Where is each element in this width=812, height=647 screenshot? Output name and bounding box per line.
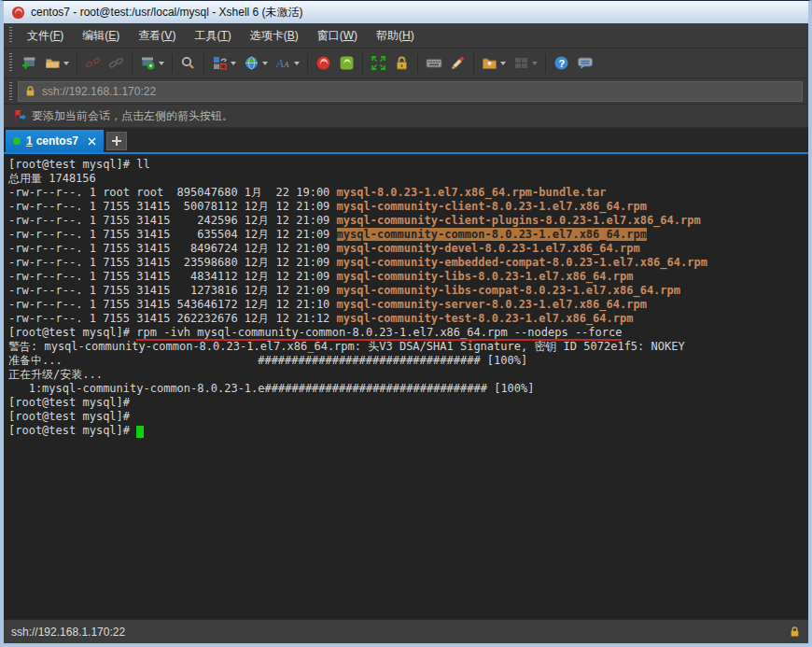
- open-session-button[interactable]: [41, 52, 73, 74]
- open-folder-icon: [45, 55, 61, 71]
- help-icon: ?: [553, 55, 569, 71]
- disconnect-button[interactable]: [81, 52, 105, 74]
- fullscreen-button[interactable]: [367, 52, 390, 74]
- layout-icon: [212, 55, 228, 71]
- new-file-button[interactable]: [478, 52, 510, 74]
- reconnect-icon: [108, 55, 124, 71]
- terminal-line: -rw-r--r--. 1 7155 31415 8496724 12月 12 …: [8, 242, 808, 256]
- dropdown-caret[interactable]: [231, 62, 236, 65]
- menu-tools[interactable]: 工具(T): [185, 24, 240, 48]
- new-session-button[interactable]: [18, 52, 41, 74]
- folder-plus-icon: [482, 55, 497, 71]
- tiles-icon: [513, 55, 529, 71]
- keyboard-icon: [426, 55, 442, 71]
- session-properties-button[interactable]: [136, 52, 168, 74]
- menu-window[interactable]: 窗口(W): [308, 24, 367, 48]
- address-url: ssh://192.168.1.170:22: [42, 85, 156, 98]
- terminal-line: [root@test mysql]#: [8, 424, 808, 438]
- properties-gear-icon: [140, 55, 156, 71]
- new-session-icon: [21, 55, 37, 71]
- menu-help[interactable]: 帮助(H): [367, 24, 424, 48]
- xftp-button[interactable]: [335, 52, 358, 74]
- tab-centos7[interactable]: 1 centos7: [6, 130, 104, 152]
- terminal-line: -rw-r--r--. 1 7155 31415 543646172 12月 1…: [8, 298, 808, 312]
- terminal-line: -rw-r--r--. 1 7155 31415 635504 12月 12 2…: [8, 228, 808, 242]
- terminal-line: [root@test mysql]# ll: [8, 158, 808, 172]
- fullscreen-icon: [371, 55, 386, 71]
- svg-text:A: A: [275, 56, 284, 70]
- terminal-line: 总用量 1748156: [8, 172, 808, 186]
- toolbar: AA: [4, 49, 808, 78]
- terminal-line: 警告: mysql-community-common-8.0.23-1.el7.…: [8, 340, 808, 354]
- menu-tabs[interactable]: 选项卡(B): [241, 24, 308, 48]
- window-title: centos7 - root@test:/usr/local/mysql - X…: [31, 5, 303, 21]
- disconnect-icon: [85, 55, 101, 71]
- toolbar-grip[interactable]: [9, 53, 12, 74]
- svg-text:A: A: [283, 60, 289, 69]
- terminal-segment-file: mysql-community-devel-8.0.23-1.el7.x86_6…: [337, 242, 640, 255]
- chat-icon: [577, 55, 594, 71]
- dropdown-caret[interactable]: [159, 62, 164, 65]
- terminal-line: [root@test mysql]#: [8, 396, 808, 410]
- menu-file[interactable]: 文件(F): [18, 24, 73, 48]
- font-icon: AA: [275, 55, 291, 71]
- title-bar[interactable]: centos7 - root@test:/usr/local/mysql - X…: [4, 1, 808, 23]
- terminal-line: -rw-r--r--. 1 7155 31415 262232676 12月 1…: [8, 312, 808, 326]
- menu-edit[interactable]: 编辑(E): [73, 24, 129, 48]
- globe-icon: [244, 55, 259, 71]
- connected-status-dot: [13, 137, 21, 145]
- terminal-line: 准备中... #################################…: [8, 354, 808, 368]
- terminal-line: 1:mysql-community-common-8.0.23-1.e#####…: [8, 382, 808, 396]
- info-message: 要添加当前会话，点击左侧的箭头按钮。: [32, 108, 233, 124]
- terminal-segment-file: mysql-community-test-8.0.23-1.el7.x86_64…: [337, 312, 634, 325]
- flag-arrow-icon: [13, 109, 26, 122]
- terminal-segment-file: mysql-community-embedded-compat-8.0.23-1…: [337, 256, 707, 269]
- web-button[interactable]: [240, 52, 272, 74]
- address-bar-row: ssh://192.168.1.170:22: [4, 78, 808, 105]
- tab-close-icon[interactable]: [88, 137, 96, 146]
- lock-screen-button[interactable]: [390, 52, 413, 74]
- dropdown-caret[interactable]: [294, 62, 300, 65]
- terminal-segment-file: mysql-community-libs-compat-8.0.23-1.el7…: [337, 284, 680, 297]
- highlighter-icon: [450, 55, 466, 71]
- terminal-output[interactable]: [root@test mysql]# ll总用量 1748156-rw-r--r…: [4, 154, 808, 619]
- padlock-icon: [394, 55, 410, 71]
- terminal-line: -rw-r--r--. 1 7155 31415 242596 12月 12 2…: [8, 214, 808, 228]
- layout-button[interactable]: [208, 52, 240, 74]
- find-button[interactable]: [176, 52, 200, 74]
- terminal-line: -rw-r--r--. 1 root root 895047680 1月 22 …: [8, 186, 808, 200]
- menubar-grip[interactable]: [9, 27, 12, 44]
- terminal-segment-file: mysql-community-libs-8.0.23-1.el7.x86_64…: [337, 270, 634, 283]
- terminal-line: [root@test mysql]#: [8, 410, 808, 424]
- lock-icon: [789, 626, 801, 638]
- help-button[interactable]: ?: [550, 52, 573, 74]
- menu-view[interactable]: 查看(V): [129, 24, 185, 48]
- new-tab-button[interactable]: [106, 132, 127, 150]
- dropdown-caret[interactable]: [532, 62, 538, 65]
- font-button[interactable]: AA: [272, 52, 303, 74]
- virtual-keyboard-button[interactable]: [422, 52, 446, 74]
- address-field[interactable]: ssh://192.168.1.170:22: [18, 81, 803, 102]
- lock-icon: [24, 85, 36, 97]
- search-icon: [180, 55, 196, 71]
- terminal-segment-file: mysql-community-client-plugins-8.0.23-1.…: [337, 214, 701, 227]
- dropdown-caret[interactable]: [63, 62, 69, 65]
- dropdown-caret[interactable]: [500, 62, 506, 65]
- xshell-window: centos7 - root@test:/usr/local/mysql - X…: [0, 0, 812, 647]
- xftp-icon: [339, 55, 355, 71]
- reconnect-button[interactable]: [105, 52, 128, 74]
- message-button[interactable]: [573, 52, 597, 74]
- terminal-line: -rw-r--r--. 1 7155 31415 23598680 12月 12…: [8, 256, 808, 270]
- xshell-button[interactable]: [312, 52, 335, 74]
- highlight-button[interactable]: [446, 52, 469, 74]
- terminal-line: -rw-r--r--. 1 7155 31415 50078112 12月 12…: [8, 200, 808, 214]
- dropdown-caret[interactable]: [262, 62, 268, 65]
- tile-windows-button[interactable]: [510, 52, 541, 74]
- tab-bar: 1 centos7: [4, 128, 808, 152]
- status-bar: ssh://192.168.1.170:22: [4, 619, 808, 643]
- addressbar-grip[interactable]: [9, 82, 12, 100]
- terminal-segment-file: mysql-8.0.23-1.el7.x86_64.rpm-bundle.tar: [337, 186, 607, 199]
- info-bar: 要添加当前会话，点击左侧的箭头按钮。: [4, 105, 808, 128]
- terminal-line: 正在升级/安装...: [8, 368, 808, 382]
- terminal-segment-file-selected: mysql-community-common-8.0.23-1.el7.x86_…: [337, 228, 647, 241]
